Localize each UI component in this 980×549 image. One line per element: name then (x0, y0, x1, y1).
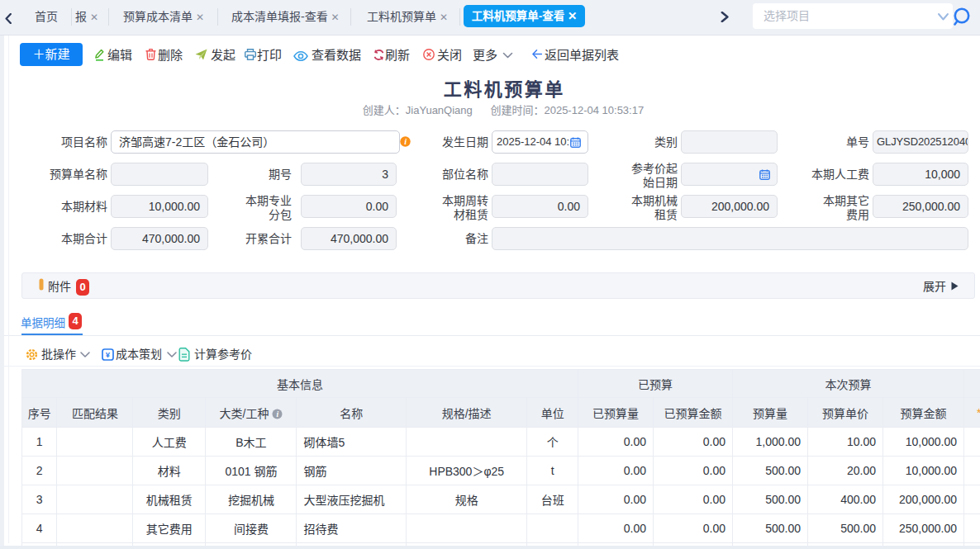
svg-text:i: i (404, 137, 407, 146)
svg-text:i: i (277, 409, 279, 418)
svg-text:¥: ¥ (106, 350, 111, 359)
